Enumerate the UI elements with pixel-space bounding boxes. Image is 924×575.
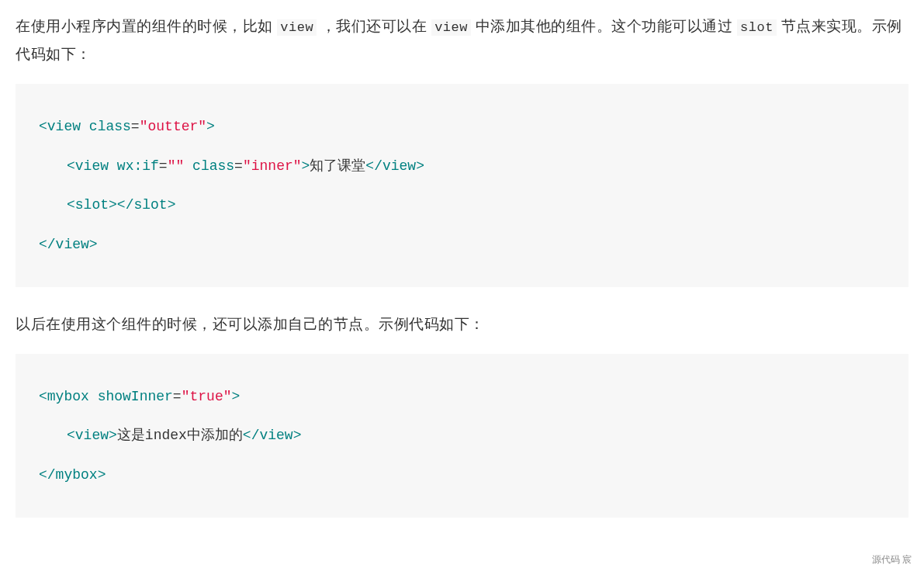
code1-l4-tag: view <box>56 237 89 252</box>
code2-l2-close1: > <box>109 428 117 443</box>
paragraph-2: 以后在使用这个组件的时候，还可以添加自己的节点。示例代码如下： <box>16 310 908 338</box>
code1-l2-open: < <box>67 158 75 174</box>
code2-l1-tag: mybox <box>47 389 89 404</box>
code1-l3-close3: > <box>168 197 176 213</box>
code1-l2-eq1: = <box>159 158 168 174</box>
footer-note: 源代码 宸 <box>872 551 912 553</box>
code1-l2-text: 知了课堂 <box>310 158 365 174</box>
para1-seg1: 在使用小程序内置的组件的时候，比如 <box>16 18 277 34</box>
code2-l2-close3: > <box>293 428 302 443</box>
code1-l2-close3: > <box>416 158 424 174</box>
code1-l2-sp1 <box>109 158 117 174</box>
code1-l2-attr2: class <box>192 158 234 174</box>
inline-code-view1: view <box>277 19 317 36</box>
code2-l1-val: "true" <box>182 389 232 404</box>
code2-l1-attr: showInner <box>98 389 173 404</box>
code1-l2-val2: "inner" <box>243 158 302 174</box>
code2-l3-close: > <box>98 467 106 483</box>
code1-l2-val1: "" <box>168 158 185 174</box>
inline-code-view2: view <box>431 19 471 36</box>
code1-l2-sp2 <box>184 158 192 174</box>
code1-l2-tag2: view <box>382 158 416 174</box>
para1-seg3: 中添加其他的组件。这个功能可以通过 <box>471 18 737 34</box>
code1-l1-sp <box>81 119 89 134</box>
code1-l1-attr: class <box>89 119 131 134</box>
code1-l3-open: < <box>67 197 75 213</box>
code2-l2-open: < <box>67 428 75 443</box>
code1-l2-close2: </ <box>365 158 382 174</box>
code1-l1-tag: view <box>47 119 81 134</box>
code1-l4-close: > <box>89 237 98 252</box>
code1-l2-attr1: wx:if <box>117 158 159 174</box>
code2-l1-close: > <box>231 389 240 404</box>
code2-l2-close2: </ <box>243 428 260 443</box>
paragraph-1: 在使用小程序内置的组件的时候，比如 view ，我们还可以在 view 中添加其… <box>16 12 908 68</box>
code1-l4-open: </ <box>39 237 56 252</box>
code1-l1-close: > <box>206 119 215 134</box>
code-block-1: <view class="outter"> <view wx:if="" cla… <box>16 84 908 287</box>
code2-l1-open: < <box>39 389 47 404</box>
code1-l1-val: "outter" <box>140 119 206 134</box>
code2-l1-sp <box>89 389 98 404</box>
code2-l2-tag2: view <box>259 428 292 443</box>
code1-l2-tag: view <box>75 158 109 174</box>
code1-l2-eq2: = <box>234 158 243 174</box>
code2-l3-tag: mybox <box>56 467 98 483</box>
code1-l3-tag: slot <box>75 197 109 213</box>
code2-l2-tag: view <box>75 428 109 443</box>
code2-l1-eq: = <box>173 389 182 404</box>
code1-l1-open: < <box>39 119 47 134</box>
code1-l1-eq: = <box>131 119 140 134</box>
code-block-2: <mybox showInner="true"> <view>这是index中添… <box>16 354 908 518</box>
code1-l3-tag2: slot <box>133 197 167 213</box>
code2-l2-text: 这是index中添加的 <box>117 428 243 443</box>
code1-l3-close1: > <box>109 197 117 213</box>
inline-code-slot: slot <box>737 19 777 36</box>
code1-l3-close2: </ <box>117 197 134 213</box>
para1-seg2: ，我们还可以在 <box>317 18 431 34</box>
code1-l2-close1: > <box>302 158 310 174</box>
code2-l3-open: </ <box>39 467 56 483</box>
